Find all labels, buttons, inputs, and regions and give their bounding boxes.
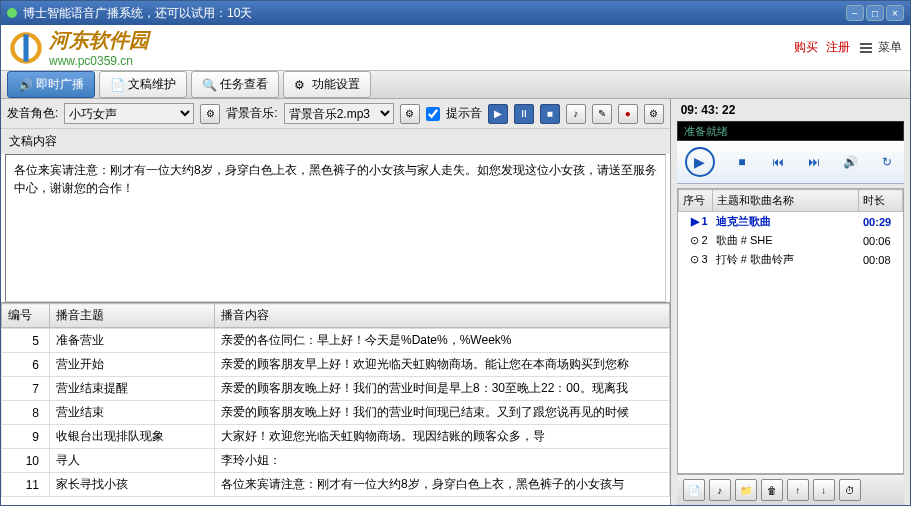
player-play-button[interactable]: ▶ bbox=[685, 147, 715, 177]
player-prev-button[interactable]: ⏮ bbox=[769, 153, 787, 171]
table-row[interactable]: 7营业结束提醒亲爱的顾客朋友晚上好！我们的营业时间是早上8：30至晚上22：00… bbox=[2, 377, 670, 401]
col-topic[interactable]: 播音主题 bbox=[50, 304, 215, 328]
bgm-select[interactable]: 背景音乐2.mp3 bbox=[284, 103, 394, 124]
record-button[interactable]: ● bbox=[618, 104, 638, 124]
add-folder-button[interactable]: 📁 bbox=[735, 479, 757, 501]
header-area: 河东软件园 www.pc0359.cn 购买 注册 菜单 bbox=[1, 25, 910, 71]
bgm-settings-button[interactable]: ⚙ bbox=[400, 104, 420, 124]
script-textarea[interactable]: 各位来宾请注意：刚才有一位大约8岁，身穿白色上衣，黑色裤子的小女孩与家人走失。如… bbox=[5, 154, 666, 302]
playlist-toolbar: 📄 ♪ 📁 🗑 ↑ ↓ ⏱ bbox=[677, 474, 904, 505]
clock: 09: 43: 22 bbox=[671, 99, 910, 121]
player-status: 准备就绪 bbox=[677, 121, 904, 141]
player-controls: ▶ ■ ⏮ ⏭ 🔊 ↻ bbox=[677, 141, 904, 184]
hint-checkbox[interactable] bbox=[426, 107, 440, 121]
app-window: 博士智能语音广播系统，还可以试用：10天 − □ × 河东软件园 www.pc0… bbox=[0, 0, 911, 506]
window-title: 博士智能语音广播系统，还可以试用：10天 bbox=[23, 5, 846, 22]
schedule-button[interactable]: ⏱ bbox=[839, 479, 861, 501]
playlist-row[interactable]: ⊙ 2歌曲 # SHE00:06 bbox=[678, 231, 903, 250]
tab-icon: 🔍 bbox=[202, 78, 216, 92]
add-file-button[interactable]: 📄 bbox=[683, 479, 705, 501]
player-next-button[interactable]: ⏭ bbox=[805, 153, 823, 171]
move-down-button[interactable]: ↓ bbox=[813, 479, 835, 501]
player-repeat-button[interactable]: ↻ bbox=[878, 153, 896, 171]
settings-gear-button[interactable]: ⚙ bbox=[644, 104, 664, 124]
table-row[interactable]: 6营业开始亲爱的顾客朋友早上好！欢迎光临天虹购物商场。能让您在本商场购买到您称 bbox=[2, 353, 670, 377]
voice-select[interactable]: 小巧女声 bbox=[64, 103, 194, 124]
tab-bar: 🔊即时广播📄文稿维护🔍任务查看⚙功能设置 bbox=[1, 71, 910, 99]
playlist: 序号 主题和歌曲名称 时长 ▶ 1迪克兰歌曲00:29⊙ 2歌曲 # SHE00… bbox=[677, 188, 904, 474]
play-button[interactable]: ▶ bbox=[488, 104, 508, 124]
maximize-button[interactable]: □ bbox=[866, 5, 884, 21]
stop-button[interactable]: ■ bbox=[540, 104, 560, 124]
bgm-label: 背景音乐: bbox=[226, 105, 277, 122]
menu-icon bbox=[858, 40, 874, 56]
col-id[interactable]: 编号 bbox=[2, 304, 50, 328]
control-bar: 发音角色: 小巧女声 ⚙ 背景音乐: 背景音乐2.mp3 ⚙ 提示音 ▶ ⏸ ■… bbox=[1, 99, 670, 129]
table-row[interactable]: 11家长寻找小孩各位来宾请注意：刚才有一位大约8岁，身穿白色上衣，黑色裤子的小女… bbox=[2, 473, 670, 497]
tab-3[interactable]: ⚙功能设置 bbox=[283, 71, 371, 98]
add-music-button[interactable]: ♪ bbox=[709, 479, 731, 501]
logo-text: 河东软件园 bbox=[49, 27, 149, 54]
logo-url: www.pc0359.cn bbox=[49, 54, 149, 68]
table-row[interactable]: 10寻人李玲小姐： bbox=[2, 449, 670, 473]
tab-icon: ⚙ bbox=[294, 78, 308, 92]
tab-icon: 📄 bbox=[110, 78, 124, 92]
tab-1[interactable]: 📄文稿维护 bbox=[99, 71, 187, 98]
delete-button[interactable]: 🗑 bbox=[761, 479, 783, 501]
register-link[interactable]: 注册 bbox=[826, 39, 850, 56]
player-stop-button[interactable]: ■ bbox=[733, 153, 751, 171]
header-links: 购买 注册 菜单 bbox=[794, 39, 902, 56]
titlebar: 博士智能语音广播系统，还可以试用：10天 − □ × bbox=[1, 1, 910, 25]
tab-0[interactable]: 🔊即时广播 bbox=[7, 71, 95, 98]
left-pane: 发音角色: 小巧女声 ⚙ 背景音乐: 背景音乐2.mp3 ⚙ 提示音 ▶ ⏸ ■… bbox=[1, 99, 671, 505]
svg-rect-3 bbox=[860, 47, 872, 49]
player-volume-button[interactable]: 🔊 bbox=[842, 153, 860, 171]
logo-icon bbox=[9, 31, 43, 65]
pl-col-no[interactable]: 序号 bbox=[678, 190, 712, 212]
pl-col-dur[interactable]: 时长 bbox=[859, 190, 903, 212]
table-row[interactable]: 8营业结束亲爱的顾客朋友晚上好！我们的营业时间现已结束。又到了跟您说再见的时候 bbox=[2, 401, 670, 425]
broadcast-table: 编号 播音主题 播音内容 5准备营业亲爱的各位同仁：早上好！今天是%Date%，… bbox=[1, 302, 670, 505]
svg-rect-1 bbox=[23, 34, 28, 61]
right-pane: 09: 43: 22 准备就绪 ▶ ■ ⏮ ⏭ 🔊 ↻ 序号 主题和歌曲名称 时… bbox=[671, 99, 910, 505]
logo: 河东软件园 www.pc0359.cn bbox=[9, 27, 149, 68]
music-note-button[interactable]: ♪ bbox=[566, 104, 586, 124]
playlist-row[interactable]: ▶ 1迪克兰歌曲00:29 bbox=[678, 212, 903, 231]
playlist-row[interactable]: ⊙ 3打铃 # 歌曲铃声00:08 bbox=[678, 250, 903, 269]
edit-button[interactable]: ✎ bbox=[592, 104, 612, 124]
tab-2[interactable]: 🔍任务查看 bbox=[191, 71, 279, 98]
script-label: 文稿内容 bbox=[1, 129, 670, 154]
move-up-button[interactable]: ↑ bbox=[787, 479, 809, 501]
table-row[interactable]: 9收银台出现排队现象大家好！欢迎您光临天虹购物商场。现因结账的顾客众多，导 bbox=[2, 425, 670, 449]
minimize-button[interactable]: − bbox=[846, 5, 864, 21]
pl-col-name[interactable]: 主题和歌曲名称 bbox=[712, 190, 858, 212]
hint-label: 提示音 bbox=[446, 105, 482, 122]
table-row[interactable]: 5准备营业亲爱的各位同仁：早上好！今天是%Date%，%Week% bbox=[2, 329, 670, 353]
voice-label: 发音角色: bbox=[7, 105, 58, 122]
menu-button[interactable]: 菜单 bbox=[858, 39, 902, 56]
tab-icon: 🔊 bbox=[18, 78, 32, 92]
col-content[interactable]: 播音内容 bbox=[215, 304, 670, 328]
buy-link[interactable]: 购买 bbox=[794, 39, 818, 56]
app-icon bbox=[7, 8, 17, 18]
pause-button[interactable]: ⏸ bbox=[514, 104, 534, 124]
close-button[interactable]: × bbox=[886, 5, 904, 21]
svg-rect-4 bbox=[860, 51, 872, 53]
voice-settings-button[interactable]: ⚙ bbox=[200, 104, 220, 124]
svg-rect-2 bbox=[860, 43, 872, 45]
